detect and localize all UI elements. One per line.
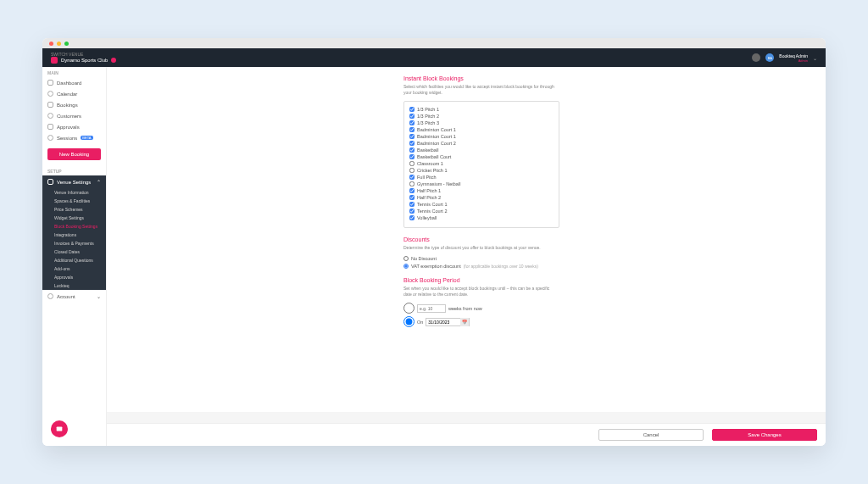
settings-sub-item[interactable]: Additional Questions (42, 256, 106, 264)
sidebar-item-sessions[interactable]: SessionsBETA (42, 132, 106, 143)
facility-label: Full Pitch (417, 175, 437, 180)
window-minimize-icon[interactable] (57, 42, 61, 46)
venue-selector[interactable]: Dynamo Sports Club (51, 57, 116, 64)
sidebar-main-header: MAIN (42, 67, 106, 77)
settings-sub-item[interactable]: Integrations (42, 231, 106, 239)
facility-checkbox[interactable] (409, 134, 415, 139)
facility-label: Half Pitch 2 (417, 195, 441, 200)
calendar-icon (47, 91, 53, 97)
user-role: Admin (779, 58, 808, 63)
facility-label: 1/3 Pitch 3 (417, 120, 439, 125)
facility-label: 1/3 Pitch 2 (417, 114, 439, 119)
instant-desc: Select which facilities you would like t… (403, 84, 556, 96)
customers-icon (47, 113, 53, 119)
facility-checkbox[interactable] (409, 168, 415, 173)
sidebar-item-label: Approvals (57, 125, 80, 130)
sidebar-item-approvals[interactable]: Approvals (42, 121, 106, 132)
chevron-down-icon: ⌄ (97, 293, 101, 299)
date-input[interactable] (426, 319, 460, 325)
settings-sub-item[interactable]: Venue Information (42, 188, 106, 197)
user-avatar[interactable]: BA (765, 53, 774, 62)
window-close-icon[interactable] (49, 42, 53, 46)
chevron-down-icon[interactable]: ⌄ (813, 55, 817, 61)
facility-label: Gymnasium - Netball (417, 181, 460, 186)
facility-checkbox[interactable] (409, 175, 415, 180)
facility-row: Cricket Pitch 1 (409, 168, 554, 173)
facility-checkbox[interactable] (409, 195, 415, 200)
settings-sub-item[interactable]: Lockteq (42, 281, 106, 290)
window-maximize-icon[interactable] (64, 42, 69, 46)
facility-label: Classroom 1 (417, 161, 443, 166)
facility-label: Basketball (417, 147, 438, 153)
facility-checkbox[interactable] (409, 209, 415, 214)
facility-checkbox[interactable] (409, 114, 415, 119)
facility-row: 1/3 Pitch 1 (409, 107, 554, 112)
facility-label: Half Pitch 1 (417, 188, 441, 193)
facility-checkbox[interactable] (409, 181, 415, 186)
user-avatar-placeholder (752, 53, 760, 62)
discount-radio[interactable] (403, 264, 409, 269)
user-icon (47, 293, 53, 299)
weeks-suffix: weeks from now (448, 306, 482, 311)
facility-checkbox[interactable] (409, 107, 415, 112)
account-toggle[interactable]: Account ⌄ (42, 290, 106, 303)
facility-row: Badminton Court 1 (409, 134, 554, 139)
period-on-radio[interactable] (403, 316, 415, 327)
facility-row: Gymnasium - Netball (409, 181, 554, 186)
chat-icon[interactable] (51, 420, 68, 437)
settings-sub-item[interactable]: Closed Dates (42, 248, 106, 256)
facility-checkbox[interactable] (409, 154, 415, 159)
discount-note: (for applicable bookings over 10 weeks) (464, 264, 538, 269)
facility-checkbox[interactable] (409, 147, 415, 153)
sidebar-item-dashboard[interactable]: Dashboard (42, 77, 106, 88)
footer-actions: Cancel Save Changes (107, 423, 826, 446)
sidebar-item-calendar[interactable]: Calendar (42, 88, 106, 99)
building-icon (47, 179, 53, 185)
sidebar-item-label: Customers (57, 114, 81, 119)
cancel-button[interactable]: Cancel (598, 429, 704, 441)
new-booking-button[interactable]: New Booking (47, 148, 101, 160)
discount-option: VAT exemption discount (for applicable b… (403, 264, 826, 269)
venue-badge-icon (111, 58, 116, 63)
facility-row: Tennis Court 1 (409, 202, 554, 207)
settings-sub-item[interactable]: Spaces & Facilities (42, 197, 106, 205)
settings-sub-item[interactable]: Block Booking Settings (42, 222, 106, 231)
facility-checkbox[interactable] (409, 161, 415, 166)
facility-checkbox[interactable] (409, 127, 415, 132)
settings-sub-item[interactable]: Approvals (42, 273, 106, 281)
facility-row: Volleyball (409, 215, 554, 220)
content-area: Instant Block Bookings Select which faci… (107, 67, 826, 446)
facility-checkbox[interactable] (409, 141, 415, 146)
venue-settings-toggle[interactable]: Venue Settings ⌃ (42, 175, 106, 188)
facility-checkbox[interactable] (409, 215, 415, 220)
discount-radio[interactable] (403, 256, 409, 261)
facility-row: Full Pitch (409, 175, 554, 180)
sessions-icon (47, 135, 53, 141)
settings-sub-item[interactable]: Invoices & Payments (42, 239, 106, 248)
period-on-label: On (417, 320, 423, 325)
settings-sub-item[interactable]: Price Schemes (42, 205, 106, 214)
facility-row: Half Pitch 1 (409, 188, 554, 193)
topbar: SWITCH VENUE Dynamo Sports Club BA Bookt… (42, 48, 826, 67)
sidebar-item-customers[interactable]: Customers (42, 110, 106, 121)
facility-checkbox[interactable] (409, 188, 415, 193)
facility-row: Basketball Court (409, 154, 554, 159)
facility-label: Badminton Court 2 (417, 141, 456, 146)
beta-badge: BETA (81, 136, 92, 140)
facility-checkbox[interactable] (409, 202, 415, 207)
calendar-icon[interactable]: 📅 (460, 318, 469, 326)
weeks-input[interactable] (417, 304, 446, 313)
date-picker[interactable]: 📅 (426, 318, 470, 326)
facility-row: Basketball (409, 147, 554, 153)
sidebar-item-label: Bookings (57, 103, 78, 108)
settings-sub-item[interactable]: Widget Settings (42, 214, 106, 222)
settings-sub-item[interactable]: Add-ons (42, 264, 106, 273)
venue-logo-icon (51, 57, 58, 64)
period-relative-radio[interactable] (403, 303, 415, 314)
sidebar-item-bookings[interactable]: Bookings (42, 99, 106, 110)
sidebar-item-label: Calendar (57, 92, 77, 97)
facility-checkbox[interactable] (409, 120, 415, 125)
save-button[interactable]: Save Changes (712, 429, 817, 441)
venue-settings-label: Venue Settings (57, 180, 91, 185)
chevron-up-icon: ⌃ (97, 179, 101, 185)
